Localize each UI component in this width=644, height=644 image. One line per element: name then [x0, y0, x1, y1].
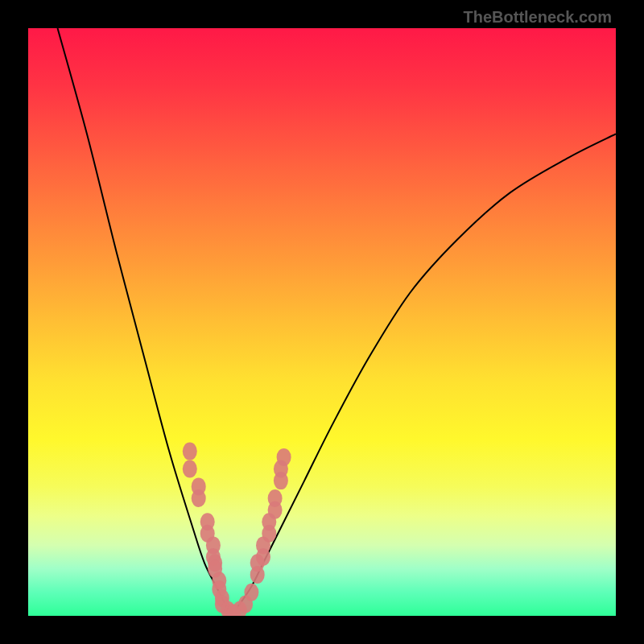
chart-container: TheBottleneck.com [0, 0, 644, 644]
scatter-dot [192, 489, 206, 507]
scatter-dot [244, 584, 258, 601]
curve-right-branch [231, 134, 616, 616]
scatter-dot [183, 460, 197, 478]
chart-svg [28, 28, 616, 616]
plot-area [28, 28, 616, 616]
watermark-text: TheBottleneck.com [464, 8, 612, 27]
scatter-dot [277, 448, 291, 466]
scatter-dot [268, 489, 283, 507]
scatter-dot [183, 443, 197, 460]
scatter-dots-group [183, 443, 291, 616]
